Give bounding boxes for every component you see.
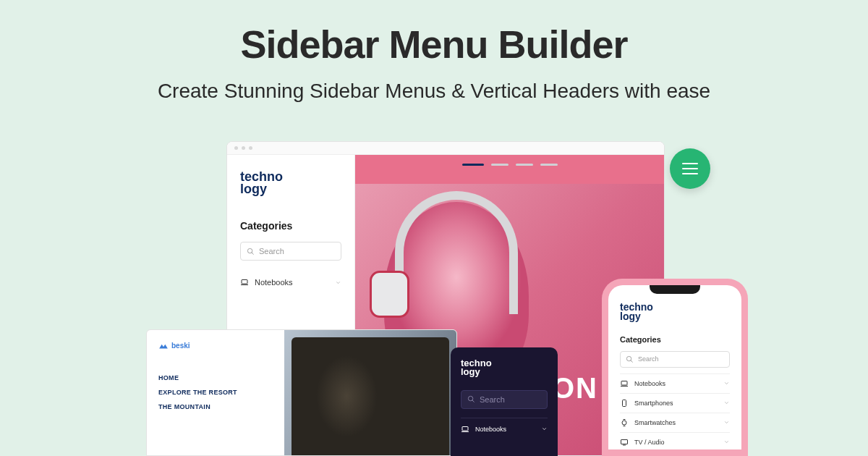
logo[interactable]: technology (620, 303, 730, 322)
search-input[interactable]: Search (620, 351, 730, 368)
search-input[interactable]: Search (240, 242, 341, 261)
svg-point-4 (468, 397, 472, 401)
carousel-tabs[interactable] (462, 164, 558, 166)
svg-rect-10 (621, 381, 627, 385)
chevron-down-icon (723, 380, 730, 387)
phone-mockup: technology Categories Search Notebooks S… (602, 279, 748, 456)
beski-logo[interactable]: beski (158, 342, 273, 350)
phone-icon (620, 399, 629, 408)
browser-chrome (227, 142, 664, 155)
laptop-icon (461, 425, 469, 434)
svg-line-9 (631, 360, 633, 362)
page-title: Sidebar Menu Builder (0, 22, 868, 67)
chevron-down-icon (723, 419, 730, 426)
watch-icon (620, 418, 629, 427)
svg-point-0 (247, 248, 252, 253)
nav-home[interactable]: HOME (158, 374, 273, 381)
sidebar-item-label: Notebooks (255, 278, 293, 287)
svg-rect-6 (462, 426, 468, 431)
laptop-icon (620, 379, 629, 388)
page-subtitle: Create Stunning Sidebar Menus & Vertical… (0, 80, 868, 103)
search-input[interactable]: Search (461, 390, 548, 409)
secondary-site-mockup: beski HOME EXPLORE THE RESORT THE MOUNTA… (146, 329, 457, 456)
sidebar-item-label: Notebooks (475, 426, 506, 433)
chevron-down-icon (723, 400, 730, 406)
sidebar-item-smartphones[interactable]: Smartphones (620, 393, 730, 413)
mountain-icon (158, 342, 169, 350)
sidebar-item-tv-audio[interactable]: TV / Audio (620, 432, 730, 452)
dark-tablet-mockup: technology Search Notebooks (451, 347, 558, 456)
nav-mountain[interactable]: THE MOUNTAIN (158, 403, 273, 410)
phone-notch (650, 285, 700, 294)
chevron-down-icon (541, 426, 548, 432)
sidebar-item-notebooks[interactable]: Notebooks (461, 418, 548, 440)
sidebar-item-label: TV / Audio (634, 439, 665, 446)
logo[interactable]: technology (461, 359, 548, 377)
sidebar-item-label: Smartwatches (634, 419, 676, 426)
categories-heading: Categories (620, 335, 730, 344)
sidebar-item-smartwatches[interactable]: Smartwatches (620, 413, 730, 432)
logo[interactable]: technology (240, 171, 341, 195)
search-icon (626, 355, 634, 363)
svg-rect-12 (623, 400, 626, 406)
svg-line-5 (472, 400, 475, 402)
search-icon (467, 395, 475, 403)
hero-image (284, 330, 456, 455)
chevron-down-icon (335, 279, 341, 286)
svg-point-8 (626, 356, 631, 360)
nav-explore[interactable]: EXPLORE THE RESORT (158, 389, 273, 396)
svg-rect-14 (621, 439, 628, 444)
hamburger-button[interactable] (670, 148, 710, 189)
laptop-icon (240, 278, 249, 287)
sidebar-item-label: Notebooks (634, 380, 665, 387)
svg-line-1 (252, 253, 254, 255)
svg-point-13 (622, 421, 626, 425)
chevron-down-icon (723, 439, 730, 445)
sidebar-item-label: Smartphones (634, 400, 673, 407)
sidebar-item-notebooks[interactable]: Notebooks (240, 272, 341, 292)
search-icon (247, 248, 255, 256)
categories-heading: Categories (240, 220, 341, 232)
sidebar-item-notebooks[interactable]: Notebooks (620, 373, 730, 393)
svg-rect-2 (242, 280, 247, 284)
tv-icon (620, 438, 629, 447)
